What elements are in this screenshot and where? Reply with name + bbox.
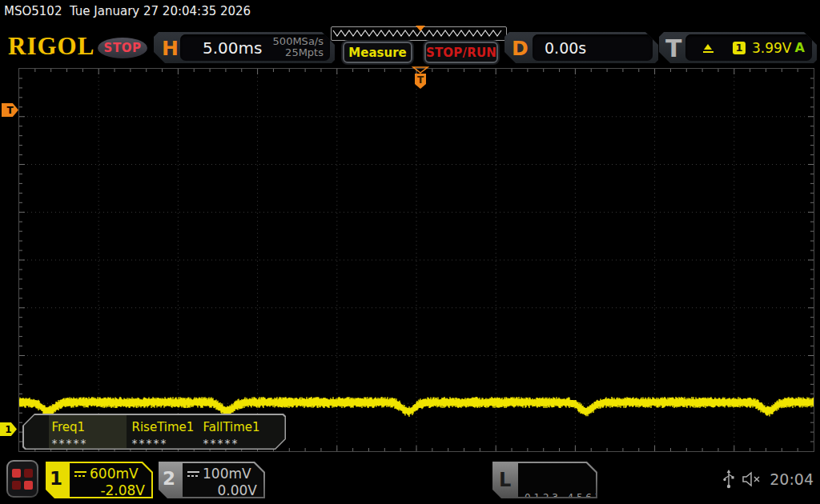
trigger-position-marker[interactable]: T — [412, 66, 429, 90]
channel2-number: 2 — [163, 468, 175, 489]
channel2-values: 100mV 0.00V — [183, 463, 263, 497]
channel1-number: 1 — [50, 468, 62, 489]
channel1-offset-marker[interactable]: 1 — [0, 422, 17, 436]
grid-menu-icon — [8, 462, 37, 496]
measurement-label: RiseTime1 — [132, 420, 207, 434]
trigger-inset: 1 3.99V A — [685, 34, 812, 61]
grid-tile — [12, 481, 21, 490]
digital-channels: 0 1 2 3 4 5 6 7 8 9 1011 12131415 — [518, 463, 596, 497]
horizontal-inset: 5.00ms 500MSa/s 25Mpts — [180, 34, 330, 61]
clock: 20:04 — [770, 470, 814, 488]
grid-tile — [24, 481, 33, 490]
speaker-muted-icon[interactable] — [742, 470, 762, 488]
trigger-source-badge: 1 — [733, 42, 746, 54]
trigger-level-marker[interactable]: T — [2, 103, 18, 117]
stop-run-button[interactable]: STOP/RUN — [424, 42, 498, 63]
measurement-item-falltime1[interactable]: FallTime1 ***** — [200, 415, 278, 449]
scope-display-area: T 1 T Freq1 ***** RiseTime1 ***** FallTi… — [0, 68, 820, 452]
dc-coupling-icon — [187, 471, 199, 477]
trigger-settings-button[interactable]: T 1 3.99V A — [659, 32, 817, 63]
channel1-values: 600mV -2.08V — [70, 463, 151, 497]
rigol-logo: RIGOL — [8, 32, 94, 61]
horizontal-settings-button[interactable]: H 5.00ms 500MSa/s 25Mpts — [154, 32, 335, 63]
trigger-level-value: 3.99V — [752, 40, 791, 56]
measurement-item-freq1[interactable]: Freq1 ***** — [49, 415, 127, 449]
acquisition-rates: 500MSa/s 25Mpts — [273, 36, 324, 58]
waveform-overview-bar[interactable] — [331, 26, 507, 41]
grid-and-waveform — [19, 69, 814, 451]
trigger-label: T — [665, 34, 681, 62]
measurement-value: ***** — [132, 437, 207, 450]
horizontal-label: H — [162, 36, 179, 59]
graticule — [18, 68, 814, 452]
usb-icon[interactable] — [723, 470, 734, 489]
timebase-value: 5.00ms — [203, 38, 262, 58]
grid-tile — [24, 469, 33, 478]
measurement-results-inner: Freq1 ***** RiseTime1 ***** FallTime1 **… — [24, 415, 285, 449]
overview-trigger-marker-icon[interactable] — [416, 26, 425, 31]
rising-edge-trigger-icon — [701, 42, 715, 54]
logic-analyzer-button[interactable]: L 0 1 2 3 4 5 6 7 8 9 1011 12131415 — [492, 462, 597, 498]
sample-rate: 500MSa/s — [273, 36, 324, 47]
oscilloscope-screen: MSO5102 Tue January 27 20:04:35 2026 RIG… — [0, 0, 820, 504]
bottombar: 1 600mV -2.08V 2 100mV 0.00V L — [0, 452, 820, 504]
dc-coupling-icon — [74, 471, 86, 477]
measurement-results-box[interactable]: Freq1 ***** RiseTime1 ***** FallTime1 **… — [22, 414, 286, 450]
delay-settings-button[interactable]: D 0.00s — [504, 32, 658, 63]
measurement-label: FallTime1 — [203, 420, 278, 434]
delay-label: D — [512, 36, 529, 59]
channel1-offset: -2.08V — [74, 482, 145, 498]
run-state-badge: STOP — [98, 38, 147, 58]
channel2-status-button[interactable]: 2 100mV 0.00V — [159, 462, 265, 498]
display-grid-menu-button[interactable] — [6, 460, 38, 498]
grid-tile — [12, 469, 21, 478]
measurement-value: ***** — [203, 437, 278, 450]
delay-inset: 0.00s — [533, 34, 653, 61]
logic-analyzer-label: L — [499, 469, 511, 491]
measurement-label: Freq1 — [52, 420, 127, 434]
channel2-scale: 100mV — [203, 466, 251, 482]
trigger-sweep-mode: A — [795, 40, 805, 55]
measurement-item-risetime1[interactable]: RiseTime1 ***** — [129, 415, 207, 449]
channel1-scale: 600mV — [90, 466, 139, 482]
status-icons: 20:04 — [723, 470, 814, 489]
toolbar: RIGOL STOP H 5.00ms 500MSa/s 25Mpts Meas… — [0, 24, 820, 67]
channel1-status-button[interactable]: 1 600mV -2.08V — [46, 462, 153, 498]
measurement-value: ***** — [52, 437, 127, 450]
measure-button[interactable]: Measure — [343, 42, 412, 63]
memory-depth: 25Mpts — [273, 47, 324, 58]
svg-text:T: T — [417, 74, 424, 86]
titlebar-text: MSO5102 Tue January 27 20:04:35 2026 — [0, 0, 820, 24]
channel2-offset: 0.00V — [187, 482, 257, 498]
delay-value: 0.00s — [545, 39, 586, 57]
